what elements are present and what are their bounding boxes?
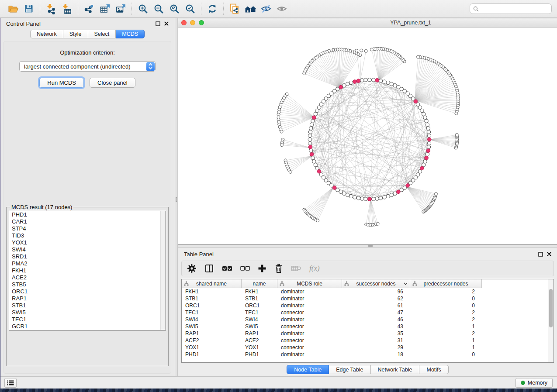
search-field[interactable] (470, 3, 552, 14)
network-canvas[interactable] (178, 28, 557, 244)
result-item[interactable]: STB1 (9, 302, 166, 309)
settings-button[interactable] (187, 264, 197, 273)
graph-hub-node[interactable] (375, 79, 379, 83)
graph-hub-node[interactable] (353, 80, 357, 84)
export-network-button[interactable] (81, 2, 97, 16)
unselect-all-button[interactable] (240, 266, 250, 271)
result-item[interactable]: YOX1 (9, 239, 166, 246)
run-mcds-button[interactable]: Run MCDS (39, 78, 84, 88)
duplicate-network-button[interactable] (227, 2, 242, 16)
float-panel-icon[interactable] (156, 21, 160, 26)
zoom-out-button[interactable] (151, 2, 166, 16)
horizontal-splitter[interactable] (178, 244, 557, 248)
table-row[interactable]: ORC1ORC1dominator610 (182, 302, 554, 309)
table-row[interactable]: SWI5SWI5connector431 (182, 323, 554, 330)
graph-hub-node[interactable] (356, 79, 360, 83)
close-panel-icon[interactable] (547, 252, 551, 256)
tab-mcds[interactable]: MCDS (116, 30, 145, 38)
table-row[interactable]: TEC1TEC1connector472 (182, 309, 554, 316)
import-network-button[interactable] (43, 2, 59, 16)
tab-edge-table[interactable]: Edge Table (329, 365, 370, 374)
column-header-predecessor-nodes[interactable]: predecessor nodes (410, 279, 482, 288)
zoom-fit-button[interactable] (166, 2, 182, 16)
table-row[interactable]: SWI4SWI4dominator462 (182, 316, 554, 323)
float-panel-icon[interactable] (538, 252, 543, 257)
criterion-dropdown[interactable]: largest connected component (undirected) (19, 61, 156, 72)
zoom-selected-button[interactable] (182, 2, 198, 16)
delete-column-button[interactable] (274, 264, 283, 273)
result-item[interactable]: PMA2 (9, 260, 166, 267)
export-table-button[interactable] (97, 2, 113, 16)
zoom-window-button[interactable] (199, 20, 204, 25)
save-session-button[interactable] (21, 2, 37, 16)
tab-motifs[interactable]: Motifs (419, 365, 448, 374)
result-item[interactable]: SRD1 (9, 253, 166, 260)
table-scrollbar[interactable] (548, 279, 554, 362)
result-item[interactable]: SWI5 (9, 309, 166, 316)
show-hidden-button[interactable] (274, 2, 290, 16)
zoom-in-button[interactable] (135, 2, 151, 16)
import-table-button[interactable] (59, 2, 75, 16)
close-panel-icon[interactable] (164, 21, 169, 26)
result-list-scrollbar[interactable] (160, 211, 166, 330)
refresh-button[interactable] (204, 2, 220, 16)
split-columns-button[interactable] (204, 264, 214, 273)
select-all-button[interactable] (222, 265, 232, 272)
tab-select[interactable]: Select (88, 30, 116, 38)
home-button[interactable] (242, 2, 258, 16)
graph-hub-node[interactable] (339, 85, 343, 89)
graph-hub-node[interactable] (414, 100, 418, 103)
result-item[interactable]: TID3 (9, 232, 166, 239)
table-row[interactable]: PHD1PHD1dominator180 (182, 351, 554, 358)
result-item[interactable]: SWI4 (9, 246, 166, 253)
tab-network-table[interactable]: Network Table (371, 365, 420, 374)
task-history-button[interactable] (4, 378, 17, 388)
network-window-titlebar[interactable]: YPA_prune.txt_1 (178, 18, 557, 28)
graph-hub-node[interactable] (310, 152, 314, 156)
tab-network[interactable]: Network (30, 30, 63, 38)
memory-button[interactable]: Memory (515, 378, 553, 388)
table-row[interactable]: YOX1YOX1connector291 (182, 344, 554, 351)
hide-selected-button[interactable] (258, 2, 274, 16)
graph-hub-node[interactable] (308, 145, 312, 149)
add-column-button[interactable] (258, 264, 266, 273)
graph-hub-node[interactable] (420, 166, 424, 170)
graph-hub-node[interactable] (427, 138, 431, 141)
result-item[interactable]: ORC1 (9, 288, 166, 295)
table-row[interactable]: ACE2ACE2connector311 (182, 337, 554, 344)
graph-hub-node[interactable] (368, 197, 372, 201)
search-input[interactable] (481, 6, 548, 12)
column-header-successor-nodes[interactable]: successor nodes (342, 279, 410, 288)
tab-node-table[interactable]: Node Table (287, 365, 329, 374)
graph-hub-node[interactable] (332, 186, 336, 190)
mcds-result-list[interactable]: PHD1CAR1STP4TID3YOX1SWI4SRD1PMA2FKH1ACE2… (9, 211, 166, 330)
scrollbar-thumb[interactable] (549, 289, 553, 327)
result-item[interactable]: PHD1 (9, 211, 166, 218)
graph-hub-node[interactable] (426, 149, 430, 153)
table-row[interactable]: FKH1FKH1dominator962 (182, 288, 554, 295)
column-header-name[interactable]: name (242, 279, 277, 288)
node-table[interactable]: shared namenameMCDS rolesuccessor nodesp… (181, 279, 554, 363)
table-row[interactable]: STB1STB1dominator620 (182, 295, 554, 302)
close-panel-button[interactable]: Close panel (90, 78, 135, 88)
result-item[interactable]: CAR1 (9, 218, 166, 225)
tab-style[interactable]: Style (63, 30, 88, 38)
result-item[interactable]: STB5 (9, 281, 166, 288)
graph-hub-node[interactable] (312, 116, 316, 120)
minimize-window-button[interactable] (190, 20, 195, 25)
result-item[interactable]: ACE2 (9, 274, 166, 281)
close-window-button[interactable] (181, 20, 187, 25)
column-header-shared-name[interactable]: shared name (182, 279, 242, 288)
export-image-button[interactable] (113, 2, 128, 16)
graph-hub-node[interactable] (425, 156, 429, 160)
column-header-mcds-role[interactable]: MCDS role (277, 279, 342, 288)
result-item[interactable]: RAP1 (9, 295, 166, 302)
result-item[interactable]: STP4 (9, 225, 166, 232)
splitter-grip[interactable] (176, 197, 177, 202)
graph-hub-node[interactable] (397, 190, 401, 194)
result-item[interactable]: GCR1 (9, 323, 166, 330)
table-row[interactable]: RAP1RAP1dominator352 (182, 330, 554, 337)
vertical-splitter[interactable] (175, 18, 178, 376)
graph-hub-node[interactable] (406, 184, 410, 188)
result-item[interactable]: TEC1 (9, 316, 166, 323)
